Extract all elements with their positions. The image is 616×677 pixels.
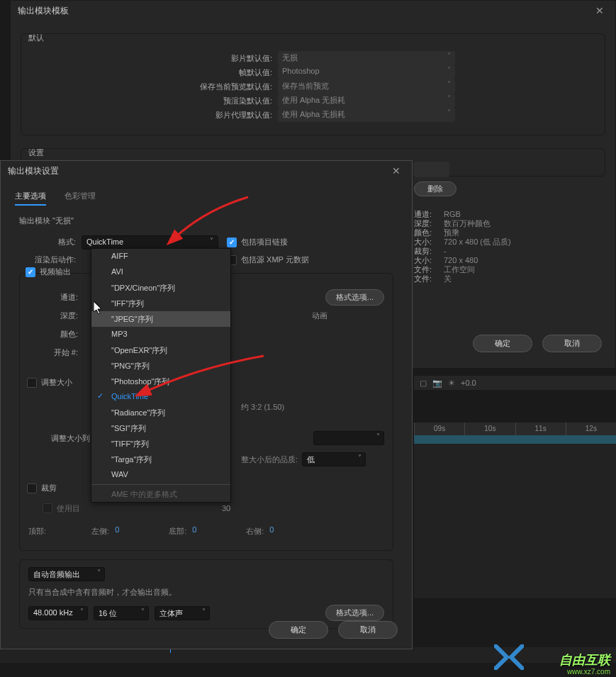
audio-output-panel: 自动音频输出 只有当合成中含有音频时，才会输出音频。 48.000 kHz 16… <box>19 559 393 629</box>
movie-default-label: 影片默认值: <box>30 53 278 64</box>
frame-default-label: 帧默认值: <box>30 67 278 78</box>
crop-top-label: 顶部: <box>28 526 46 537</box>
module-name-label: 输出模块 "无损" <box>1 206 412 229</box>
settings-panel-label: 设置 <box>28 147 44 158</box>
color-label: 颜色: <box>28 329 84 340</box>
audio-output-mode[interactable]: 自动音频输出 <box>28 567 105 581</box>
info-depth-key: 深度: <box>414 219 444 228</box>
use-roi-checkbox[interactable] <box>43 503 52 513</box>
tab-main-options[interactable]: 主要选项 <box>15 191 46 206</box>
format-dropdown-list: AIFF AVI "DPX/Cineon"序列 "IFF"序列 "JPEG"序列… <box>91 248 231 503</box>
format-option-jpeg[interactable]: "JPEG"序列 <box>91 311 230 327</box>
frame-default-select[interactable]: Photoshop <box>278 65 455 79</box>
info-size-val: 720 x 480 (低 品质) <box>444 237 511 247</box>
info-fsize-val: 720 x 480 <box>444 256 478 265</box>
crop-label: 裁剪 <box>41 483 57 493</box>
crop-checkbox[interactable] <box>27 483 37 493</box>
format-options-button[interactable]: 格式选项... <box>325 289 384 306</box>
format-option-tiff[interactable]: "TIFF"序列 <box>91 436 230 452</box>
format-option-png[interactable]: "PNG"序列 <box>91 358 230 374</box>
format-option-openexr[interactable]: "OpenEXR"序列 <box>91 342 230 358</box>
final-size-value: 30 <box>222 504 230 513</box>
format-option-aiff[interactable]: AIFF <box>91 249 230 264</box>
depth-label: 深度: <box>28 310 84 321</box>
proxy-default-select[interactable]: 使用 Alpha 无损耗 <box>278 108 455 122</box>
info-crop-val: - <box>444 247 447 256</box>
audio-note: 只有当合成中含有音频时，才会输出音频。 <box>28 587 384 598</box>
info-profile-val: 工作空间 <box>444 265 475 274</box>
timeline-ruler[interactable]: 09s 10s 11s 12s <box>414 423 616 435</box>
bit-depth-select[interactable]: 16 位 <box>94 606 149 620</box>
format-option-iff[interactable]: "IFF"序列 <box>91 296 230 311</box>
timeline-track-area[interactable] <box>414 435 616 598</box>
format-option-wav[interactable]: WAV <box>91 467 230 483</box>
templates-ok-button[interactable]: 确定 <box>473 335 532 352</box>
close-icon[interactable]: ✕ <box>591 5 608 16</box>
watermark-logo-icon <box>494 644 524 670</box>
defaults-panel: 默认 影片默认值:无损 帧默认值:Photoshop 保存当前预览默认值:保存当… <box>21 33 605 135</box>
postrender-label: 渲染后动作: <box>19 254 82 265</box>
resize-to-label: 调整大小到: <box>28 433 98 444</box>
crop-bottom-input[interactable]: 0 <box>189 525 225 537</box>
info-panel: 通道:RGB 深度:数百万种颜色 颜色:预乘 大小:720 x 480 (低 品… <box>414 210 598 284</box>
resize-quality-select[interactable]: 低 <box>302 452 366 466</box>
include-xmp-label: 包括源 XMP 元数据 <box>241 254 309 265</box>
include-link-label: 包括项目链接 <box>241 237 288 247</box>
format-option-radiance[interactable]: "Radiance"序列 <box>91 405 230 420</box>
format-option-avi[interactable]: AVI <box>91 264 230 280</box>
preview-default-select[interactable]: 保存当前预览 <box>278 79 455 94</box>
crop-bottom-label: 底部: <box>169 526 186 537</box>
video-output-checkbox[interactable] <box>26 267 35 277</box>
prerender-default-select[interactable]: 使用 Alpha 无损耗 <box>278 94 455 108</box>
camera-icon[interactable]: 📷 <box>432 378 442 388</box>
templates-cancel-button[interactable]: 取消 <box>542 335 602 352</box>
timeline-toolbar: ▢ 📷 ☀ +0.0 <box>414 376 616 390</box>
ruler-tick: 09s <box>414 423 464 435</box>
info-channel-val: RGB <box>444 210 461 219</box>
channels-select[interactable]: 立体声 <box>155 606 210 620</box>
exposure-value[interactable]: +0.0 <box>461 379 476 387</box>
ruler-tick: 11s <box>515 423 566 435</box>
channel-label: 通道: <box>28 292 84 303</box>
snapshot-icon[interactable]: ▢ <box>418 378 428 388</box>
crop-left-label: 左侧: <box>91 526 109 537</box>
prerender-default-label: 预渲染默认值: <box>30 96 278 106</box>
resize-label: 调整大小 <box>41 377 72 388</box>
lock-aspect-label: 约 3:2 (1.50) <box>241 402 284 413</box>
ruler-tick: 10s <box>464 423 515 435</box>
format-option-quicktime[interactable]: QuickTime <box>91 389 230 405</box>
startnum-label: 开始 #: <box>28 347 84 358</box>
info-profile-key: 文件: <box>414 265 444 274</box>
audio-format-options-button[interactable]: 格式选项... <box>325 605 384 621</box>
movie-default-select[interactable]: 无损 <box>278 51 455 65</box>
dialog1-titlebar: 输出模块模板 ✕ <box>11 1 615 21</box>
format-option-mp3[interactable]: MP3 <box>91 327 230 342</box>
exposure-icon[interactable]: ☀ <box>447 378 457 388</box>
delete-button[interactable]: 删除 <box>414 181 457 196</box>
resize-checkbox[interactable] <box>27 378 37 388</box>
info-outfile-val: 关 <box>444 274 452 284</box>
close-icon[interactable]: ✕ <box>388 165 405 177</box>
tab-color-management[interactable]: 色彩管理 <box>65 191 96 206</box>
side-dropdown[interactable] <box>414 162 449 177</box>
crop-right-input[interactable]: 0 <box>267 525 302 537</box>
dialog2-title: 输出模块设置 <box>8 165 59 177</box>
include-link-checkbox[interactable] <box>227 237 237 247</box>
dialog1-title: 输出模块模板 <box>18 5 69 17</box>
format-dropdown[interactable]: QuickTime <box>82 235 218 250</box>
sample-rate-select[interactable]: 48.000 kHz <box>28 606 88 620</box>
codec-name: 动画 <box>312 310 327 321</box>
ruler-tick: 12s <box>566 423 616 435</box>
info-fsize-key: 大小: <box>414 256 444 265</box>
format-option-dpx[interactable]: "DPX/Cineon"序列 <box>91 280 230 296</box>
info-depth-val: 数百万种颜色 <box>444 219 491 228</box>
format-option-targa[interactable]: "Targa"序列 <box>91 452 230 467</box>
format-option-sgi[interactable]: "SGI"序列 <box>91 420 230 436</box>
settings-cancel-button[interactable]: 取消 <box>338 621 398 639</box>
format-option-photoshop[interactable]: "Photoshop"序列 <box>91 374 230 389</box>
format-label: 格式: <box>19 237 82 247</box>
format-option-ame-more: AME 中的更多格式 <box>91 486 230 502</box>
settings-ok-button[interactable]: 确定 <box>269 621 328 639</box>
resize-to-preset[interactable] <box>313 431 384 445</box>
crop-left-input[interactable]: 0 <box>112 525 147 537</box>
